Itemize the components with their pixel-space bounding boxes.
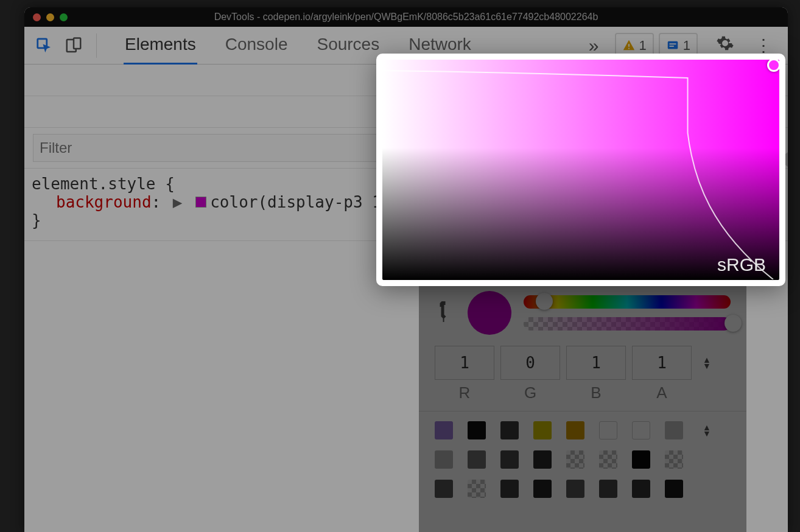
spectrum-handle[interactable] [767, 60, 779, 72]
color-spectrum[interactable]: sRGB [382, 60, 779, 280]
color-picker-popup: sRGB [376, 54, 785, 286]
gamut-boundary [382, 60, 779, 279]
dim-overlay-controls [419, 281, 746, 532]
gamut-label: sRGB [717, 254, 766, 275]
